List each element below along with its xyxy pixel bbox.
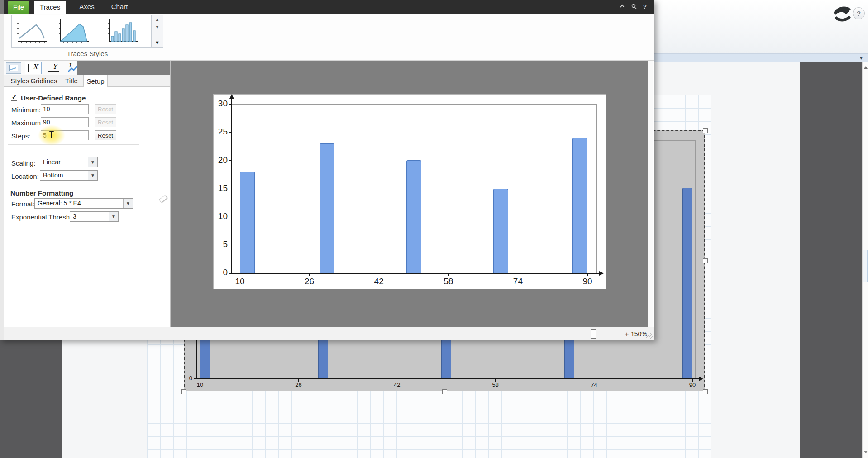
screen: 051015202530102642587490 ▾ ? File Traces… [0,0,868,458]
y-tick-label: 20 [214,155,228,166]
scaling-dropdown[interactable]: Linear ▼ [40,157,98,167]
gallery-scroll-up-icon[interactable]: ▲ [153,16,162,23]
scrollbar-thumb[interactable] [863,250,868,282]
y-tick [229,104,231,105]
y-tick [229,217,231,218]
axis-glyph [28,72,39,72]
selection-handle[interactable] [442,389,447,394]
y-tick-label: 30 [214,99,228,109]
help-button[interactable]: ? [853,7,865,19]
location-label: Location: [11,172,39,180]
tab-file[interactable]: File [8,1,29,14]
eraser-icon[interactable] [157,193,169,205]
ibeam-cursor-icon [49,130,54,139]
tab-traces[interactable]: Traces [34,1,66,14]
selection-handle[interactable] [703,128,708,133]
toolbar-filler [77,61,171,75]
tab-setup[interactable]: Setup [83,75,108,87]
bar[interactable] [320,143,334,273]
zoom-in-button[interactable]: + [624,330,630,338]
chevron-down-icon[interactable]: ▼ [109,212,118,221]
tab-title[interactable]: Title [62,75,81,87]
tab-styles[interactable]: Styles [8,75,32,87]
selection-handle[interactable] [703,258,708,263]
trace-style-area-icon[interactable] [56,17,91,46]
y-tick [229,160,231,161]
x-axis-label: X [31,63,40,71]
x-tick-label: 58 [484,382,507,389]
toolbar-divider [653,29,868,29]
selection-handle[interactable] [181,389,186,394]
x-tick [518,274,519,276]
y-axis-button[interactable]: Y [45,62,62,74]
x-tick-label: 42 [367,277,390,287]
chart-preview[interactable]: 051015202530102642587490 [213,94,606,289]
tab-gridlines[interactable]: Gridlines [30,75,58,87]
axes-properties-dialog: File Traces Axes Chart ? [0,0,654,340]
search-icon[interactable] [630,3,638,10]
minimum-input[interactable] [41,104,89,114]
resize-grip[interactable] [646,333,653,339]
minimum-reset-button[interactable]: Reset [95,104,116,114]
dialog-status-bar: − + 150% [4,327,654,340]
y-axis [231,98,232,274]
x-tick [448,274,449,276]
chevron-down-icon[interactable]: ▼ [123,199,133,208]
bar[interactable] [572,138,587,273]
scroll-up-icon[interactable] [864,66,868,69]
tab-axes[interactable]: Axes [72,0,101,14]
steps-label: Steps: [11,132,31,140]
x-tick-label: 90 [681,382,704,389]
zoom-slider-thumb[interactable] [591,329,596,339]
chevron-down-icon[interactable]: ▼ [88,171,97,180]
trace-style-bar-icon[interactable] [105,17,140,46]
bar[interactable] [682,188,692,378]
x-tick [240,274,241,276]
user-defined-range-checkbox[interactable] [11,95,17,101]
x-axis [231,273,599,274]
setup-panel: User-Defined Range Minimum: Reset Maximu… [4,87,171,327]
location-value: Bottom [43,171,86,180]
gallery-more-icon[interactable]: ▼ [153,38,162,46]
zoom-out-button[interactable]: − [536,330,542,338]
collapse-ribbon-icon[interactable] [618,3,626,10]
x-axis-button[interactable]: X [25,62,42,74]
x-axis-arrow-icon [599,271,604,276]
x-tick-label: 58 [437,277,460,287]
chevron-down-icon[interactable]: ▾ [857,54,865,62]
y-tick-label: 0 [214,267,228,278]
y-tick-label: 5 [214,239,228,250]
workspace-left-area [0,340,62,458]
chevron-down-icon[interactable]: ▼ [88,157,97,167]
number-formatting-header: Number Formatting [10,189,73,197]
selection-handle[interactable] [703,389,708,394]
chart-properties-button[interactable] [6,62,21,74]
y-tick [194,378,196,379]
tab-chart[interactable]: Chart [104,0,135,14]
maximum-input[interactable] [41,117,89,127]
bar[interactable] [240,172,255,273]
bar[interactable] [406,160,421,273]
mini-chart-icon [9,65,18,71]
y-axis-arrow-icon [229,94,234,99]
format-dropdown[interactable]: General: 5 * E4 ▼ [34,198,133,209]
ribbon-group-label: Traces Styles [11,50,163,57]
bar[interactable] [493,189,508,273]
y-axis-label: Y [50,62,59,71]
x-tick-label: 26 [298,277,321,287]
y-tick [229,273,231,274]
zoom-slider-track[interactable] [547,334,620,334]
trace-style-line-icon[interactable] [14,17,50,46]
app-logo-icon [831,3,854,24]
steps-reset-button[interactable]: Reset [95,130,116,140]
scroll-down-icon[interactable] [864,451,868,453]
text-caret [45,132,45,138]
y-tick [229,132,231,133]
gallery-scroll-down-icon[interactable]: ▼ [153,24,162,31]
x-tick [309,274,310,276]
steps-input[interactable] [41,130,89,140]
maximum-reset-button[interactable]: Reset [95,117,116,127]
exponential-threshold-dropdown[interactable]: 3 ▼ [70,211,119,222]
location-dropdown[interactable]: Bottom ▼ [40,170,98,181]
help-icon[interactable]: ? [641,3,649,10]
